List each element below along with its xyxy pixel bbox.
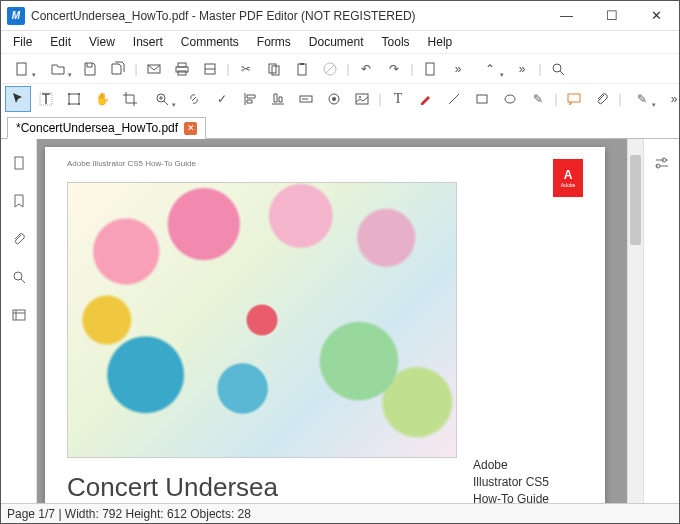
- menubar: File Edit View Insert Comments Forms Doc…: [1, 31, 679, 53]
- copy-button[interactable]: [261, 56, 287, 82]
- vertical-scrollbar[interactable]: [627, 139, 643, 503]
- scrollbar-thumb[interactable]: [630, 155, 641, 245]
- window-title: ConcertUndersea_HowTo.pdf - Master PDF E…: [31, 9, 544, 23]
- separator: |: [537, 56, 543, 82]
- maximize-button[interactable]: ☐: [589, 1, 634, 31]
- left-panel: [1, 139, 37, 503]
- nav-button[interactable]: ⌃: [473, 56, 507, 82]
- markup-tool[interactable]: ✎: [625, 86, 659, 112]
- open-button[interactable]: [41, 56, 75, 82]
- properties-icon[interactable]: [652, 153, 672, 173]
- separator: |: [225, 56, 231, 82]
- menu-tools[interactable]: Tools: [374, 33, 418, 51]
- statusbar: Page 1/7 | Width: 792 Height: 612 Object…: [1, 503, 679, 523]
- menu-file[interactable]: File: [5, 33, 40, 51]
- svg-rect-11: [426, 63, 434, 75]
- redo-button[interactable]: ↷: [381, 56, 407, 82]
- search-button[interactable]: [545, 56, 571, 82]
- svg-rect-0: [17, 63, 26, 75]
- radio-tool[interactable]: [321, 86, 347, 112]
- layers-icon[interactable]: [9, 305, 29, 325]
- hand-tool[interactable]: ✋: [89, 86, 115, 112]
- disabled-icon[interactable]: [317, 56, 343, 82]
- scan-button[interactable]: [197, 56, 223, 82]
- attachments-icon[interactable]: [9, 229, 29, 249]
- menu-forms[interactable]: Forms: [249, 33, 299, 51]
- svg-point-16: [78, 93, 80, 95]
- text-select-tool[interactable]: [33, 86, 59, 112]
- select-tool[interactable]: [5, 86, 31, 112]
- svg-rect-8: [298, 64, 306, 75]
- highlight-tool[interactable]: [413, 86, 439, 112]
- page-button[interactable]: [417, 56, 443, 82]
- zoom-tool[interactable]: [145, 86, 179, 112]
- paste-button[interactable]: [289, 56, 315, 82]
- guide-line: Adobe: [473, 457, 583, 474]
- guide-line: How-To Guide: [473, 491, 583, 503]
- artwork-image: [67, 182, 457, 458]
- menu-view[interactable]: View: [81, 33, 123, 51]
- canvas[interactable]: Adobe Illustrator CS5 How-To Guide A Ado…: [37, 139, 627, 503]
- thumbnails-icon[interactable]: [9, 153, 29, 173]
- minimize-button[interactable]: —: [544, 1, 589, 31]
- email-button[interactable]: [141, 56, 167, 82]
- edit-object-tool[interactable]: [61, 86, 87, 112]
- text-tool[interactable]: T: [385, 86, 411, 112]
- save-button[interactable]: [77, 56, 103, 82]
- form-field-tool[interactable]: [293, 86, 319, 112]
- separator: |: [377, 86, 383, 112]
- align-bottom-tool[interactable]: [265, 86, 291, 112]
- app-icon: M: [7, 7, 25, 25]
- new-button[interactable]: [5, 56, 39, 82]
- workarea: Adobe Illustrator CS5 How-To Guide A Ado…: [1, 139, 679, 503]
- image-tool[interactable]: [349, 86, 375, 112]
- undo-button[interactable]: ↶: [353, 56, 379, 82]
- header-small-text: Adobe Illustrator CS5 How-To Guide: [67, 159, 583, 168]
- svg-point-22: [332, 97, 336, 101]
- menu-document[interactable]: Document: [301, 33, 372, 51]
- check-tool[interactable]: ✓: [209, 86, 235, 112]
- close-button[interactable]: ✕: [634, 1, 679, 31]
- separator: |: [133, 56, 139, 82]
- svg-point-12: [553, 64, 561, 72]
- more-1[interactable]: »: [445, 56, 471, 82]
- line-tool[interactable]: [441, 86, 467, 112]
- bookmarks-icon[interactable]: [9, 191, 29, 211]
- svg-rect-30: [13, 310, 25, 320]
- separator: |: [345, 56, 351, 82]
- svg-point-15: [68, 93, 70, 95]
- titlebar: M ConcertUndersea_HowTo.pdf - Master PDF…: [1, 1, 679, 31]
- menu-edit[interactable]: Edit: [42, 33, 79, 51]
- menu-comments[interactable]: Comments: [173, 33, 247, 51]
- search-panel-icon[interactable]: [9, 267, 29, 287]
- pencil-tool[interactable]: ✎: [525, 86, 551, 112]
- adobe-logo: A Adobe: [553, 159, 583, 197]
- rect-tool[interactable]: [469, 86, 495, 112]
- adobe-logo-sub: Adobe: [561, 182, 575, 188]
- document-tab[interactable]: *ConcertUndersea_HowTo.pdf ✕: [7, 117, 206, 139]
- guide-title: Adobe Illustrator CS5 How-To Guide: [473, 457, 583, 503]
- more-tools[interactable]: »: [661, 86, 680, 112]
- align-left-tool[interactable]: [237, 86, 263, 112]
- svg-rect-25: [477, 95, 487, 103]
- toolbar-1: | | ✂ | ↶ ↷ | » ⌃ » |: [1, 53, 679, 83]
- link-tool[interactable]: [181, 86, 207, 112]
- more-2[interactable]: »: [509, 56, 535, 82]
- svg-point-26: [505, 95, 515, 103]
- comment-tool[interactable]: [561, 86, 587, 112]
- crop-tool[interactable]: [117, 86, 143, 112]
- guide-line: Illustrator CS5: [473, 474, 583, 491]
- status-text: Page 1/7 | Width: 792 Height: 612 Object…: [7, 507, 251, 521]
- print-button[interactable]: [169, 56, 195, 82]
- save-all-button[interactable]: [105, 56, 131, 82]
- cut-button[interactable]: ✂: [233, 56, 259, 82]
- svg-point-18: [78, 103, 80, 105]
- menu-insert[interactable]: Insert: [125, 33, 171, 51]
- menu-help[interactable]: Help: [420, 33, 461, 51]
- tab-close-icon[interactable]: ✕: [184, 122, 197, 135]
- toolbar-2: ✋ ✓ | T ✎ | | ✎ »: [1, 83, 679, 113]
- svg-rect-2: [178, 63, 186, 67]
- attachment-tool[interactable]: [589, 86, 615, 112]
- svg-rect-27: [568, 94, 580, 102]
- ellipse-tool[interactable]: [497, 86, 523, 112]
